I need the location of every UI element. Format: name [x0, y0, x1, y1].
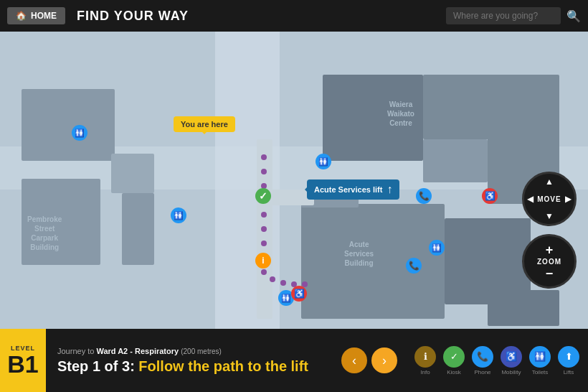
move-down-button[interactable]: ▼: [545, 211, 554, 221]
legend-label-phone: Phone: [474, 369, 490, 375]
svg-point-17: [261, 154, 267, 160]
svg-point-26: [270, 276, 275, 282]
map-icon-toilet-4[interactable]: 🚻: [429, 240, 445, 256]
map-icon-toilet-3[interactable]: 🚻: [316, 154, 331, 169]
legend-label-info: Info: [420, 369, 430, 375]
svg-rect-6: [122, 193, 154, 265]
zoom-control: + ZOOM −: [522, 234, 577, 289]
level-number: B1: [7, 352, 38, 376]
zoom-out-button[interactable]: −: [546, 267, 554, 280]
bottom-bar: LEVEL B1 Journey to Ward A2 - Respirator…: [0, 329, 588, 392]
building-label-acute: AcuteServicesBuilding: [344, 240, 374, 268]
zoom-ring: + ZOOM −: [522, 234, 577, 289]
legend-icon-lifts[interactable]: ⬆: [558, 346, 579, 368]
move-right-button[interactable]: ▶: [565, 194, 572, 204]
building-label-pembroke: PembrokeStreetCarparkBuilding: [27, 215, 62, 252]
svg-rect-5: [111, 154, 154, 193]
map-area: WaieraWaikatoCentre AcuteServicesBuildin…: [0, 32, 588, 329]
svg-point-23: [261, 241, 267, 246]
home-icon: 🏠: [16, 11, 27, 21]
legend-info: ℹ Info: [414, 346, 436, 375]
legend-lifts: ⬆ Lifts: [558, 346, 579, 375]
move-left-button[interactable]: ◀: [527, 194, 534, 204]
legend-icon-phone[interactable]: 📞: [472, 346, 493, 368]
legend-area: ℹ Info ✓ Kiosk 📞 Phone ♿ Mobility 🚻 Toil…: [406, 346, 588, 375]
svg-point-25: [261, 269, 267, 275]
legend-icon-info[interactable]: ℹ: [414, 346, 436, 368]
move-up-button[interactable]: ▲: [545, 177, 554, 187]
journey-text: Journey to Ward A2 - Respiratory (200 me…: [57, 347, 321, 355]
legend-mobility: ♿ Mobility: [501, 346, 522, 375]
level-badge: LEVEL B1: [0, 329, 46, 392]
journey-distance: (200 metres): [181, 347, 222, 355]
map-icon-phone-1[interactable]: 📞: [416, 188, 432, 204]
lift-bubble: Acute Services lift ↑: [307, 179, 399, 200]
search-area: 🔍: [446, 7, 581, 24]
prev-step-button[interactable]: ‹: [341, 347, 367, 373]
svg-point-18: [261, 169, 267, 174]
search-icon[interactable]: 🔍: [566, 9, 581, 23]
legend-label-kiosk: Kiosk: [447, 369, 461, 375]
step-info: Journey to Ward A2 - Respiratory (200 me…: [46, 341, 333, 381]
legend-label-toilets: Toilets: [532, 369, 549, 375]
step-detail: Follow the path to the lift: [138, 358, 308, 374]
map-icon-phone-2[interactable]: 📞: [406, 258, 422, 274]
move-label: MOVE: [537, 195, 561, 203]
search-input[interactable]: [446, 7, 561, 24]
svg-point-22: [261, 226, 267, 232]
legend-label-lifts: Lifts: [564, 369, 574, 375]
legend-toilets: 🚻 Toilets: [529, 346, 551, 375]
map-icon-kiosk[interactable]: ✓: [255, 188, 271, 204]
zoom-label: ZOOM: [537, 258, 561, 266]
svg-rect-10: [423, 139, 488, 182]
map-icon-toilet-2[interactable]: 🚻: [171, 207, 186, 223]
zoom-in-button[interactable]: +: [546, 243, 554, 256]
legend-label-mobility: Mobility: [501, 369, 521, 375]
lift-arrow: ↑: [387, 183, 392, 196]
map-svg: [0, 32, 588, 329]
svg-rect-3: [22, 89, 115, 161]
svg-point-27: [280, 280, 286, 286]
map-icon-toilet-1[interactable]: 🚻: [72, 125, 87, 141]
step-instruction: Step 1 of 3: Follow the path to the lift: [57, 358, 321, 375]
legend-icon-toilets[interactable]: 🚻: [529, 346, 551, 368]
building-label-waiera: WaieraWaikatoCentre: [387, 100, 414, 128]
svg-point-21: [261, 212, 267, 218]
svg-rect-14: [488, 290, 559, 326]
nav-arrows: ‹ ›: [333, 347, 406, 373]
legend-kiosk: ✓ Kiosk: [443, 346, 465, 375]
lift-label: Acute Services lift: [314, 185, 382, 194]
legend-icon-kiosk[interactable]: ✓: [443, 346, 465, 368]
move-ring: ▲ ▼ ◀ ▶ MOVE: [522, 172, 577, 226]
journey-prefix: Journey to: [57, 347, 94, 355]
legend-phone: 📞 Phone: [472, 346, 493, 375]
header: 🏠 HOME FIND YOUR WAY 🔍: [0, 0, 588, 32]
step-label: Step 1 of 3:: [57, 358, 135, 374]
map-icon-mobility-2[interactable]: ♿: [291, 286, 307, 302]
you-are-here-bubble: You are here: [174, 116, 235, 132]
legend-icon-mobility[interactable]: ♿: [501, 346, 522, 368]
map-icon-mobility-1[interactable]: ♿: [482, 188, 498, 204]
home-button[interactable]: 🏠 HOME: [7, 7, 65, 24]
home-label: HOME: [31, 11, 57, 21]
next-step-button[interactable]: ›: [371, 347, 397, 373]
page-title: FIND YOUR WAY: [77, 9, 435, 24]
map-icon-info[interactable]: i: [255, 253, 271, 269]
journey-ward: Ward A2 - Respiratory: [96, 347, 179, 355]
move-control: ▲ ▼ ◀ ▶ MOVE: [522, 172, 577, 226]
